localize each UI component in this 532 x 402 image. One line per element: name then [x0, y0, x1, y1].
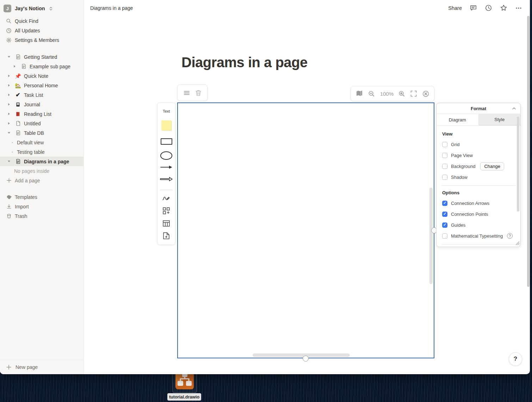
- workspace-switcher[interactable]: J Jay's Notion: [0, 4, 83, 13]
- chevron-down-icon[interactable]: [6, 55, 12, 58]
- sidebar-page-journal[interactable]: Journal: [0, 100, 83, 109]
- sidebar-page-table-db[interactable]: Table DB: [0, 128, 83, 138]
- window-scrollbar[interactable]: [527, 16, 530, 287]
- breadcrumb[interactable]: Diagrams in a page: [90, 5, 133, 11]
- shadow-checkbox[interactable]: [442, 175, 447, 180]
- add-a-page-button[interactable]: Add a page: [0, 176, 83, 185]
- unfold-icon: [49, 6, 53, 11]
- sidebar-page-diagrams-in-a-page[interactable]: Diagrams in a page: [0, 157, 83, 166]
- history-icon[interactable]: [485, 4, 492, 12]
- sidebar-item-quick-find[interactable]: Quick Find: [0, 16, 83, 26]
- connection-points-checkbox[interactable]: [442, 212, 447, 217]
- canvas-vertical-scrollbar[interactable]: [429, 188, 433, 284]
- sidebar-page-untitled[interactable]: Untitled: [0, 119, 83, 128]
- sidebar-page-example-sub-page[interactable]: Example sub page: [0, 62, 83, 71]
- import-icon: [6, 204, 12, 209]
- comments-icon[interactable]: [470, 4, 477, 12]
- chevron-down-icon[interactable]: [6, 160, 12, 163]
- connection-arrows-row: Connection Arrows: [442, 199, 515, 207]
- canvas-resize-handle-bottom[interactable]: [303, 356, 309, 362]
- sidebar-page-personal-home[interactable]: 🏡 Personal Home: [0, 81, 83, 90]
- document-icon: [15, 159, 21, 164]
- document-icon: [15, 54, 21, 59]
- format-panel-scrollbar[interactable]: [517, 117, 519, 212]
- sidebar-view-default-view[interactable]: · Default view: [0, 138, 83, 147]
- table-tool[interactable]: [162, 220, 170, 227]
- options-section-heading: Options: [442, 190, 515, 195]
- ellipse-shape-tool[interactable]: [160, 151, 172, 160]
- sidebar-page-getting-started[interactable]: Getting Started: [0, 52, 83, 62]
- tab-style[interactable]: Style: [479, 114, 521, 125]
- sidebar-item-import[interactable]: Import: [0, 202, 83, 211]
- delete-block-icon[interactable]: [195, 89, 202, 96]
- text-shape-tool[interactable]: Text: [163, 109, 170, 113]
- notion-window: J Jay's Notion Quick Find All Updates Se…: [0, 0, 530, 374]
- sidebar-page-quick-note[interactable]: 📌 Quick Note: [0, 71, 83, 81]
- bullet-icon: ·: [11, 139, 14, 146]
- chevron-down-icon[interactable]: [6, 131, 12, 134]
- sidebar-page-task-list[interactable]: ✔ Task List: [0, 90, 83, 100]
- plus-icon: [6, 364, 12, 370]
- close-diagram-icon[interactable]: [422, 90, 429, 98]
- help-circle-icon[interactable]: ?: [507, 233, 513, 239]
- open-arrow-tool[interactable]: [160, 177, 173, 182]
- sidebar-view-testing-table[interactable]: · Testing table: [0, 147, 83, 157]
- sidebar-item-all-updates[interactable]: All Updates: [0, 26, 83, 35]
- new-page-button[interactable]: New page: [0, 360, 83, 374]
- chevron-right-icon[interactable]: [6, 93, 12, 96]
- chevron-right-icon[interactable]: [6, 74, 12, 77]
- insert-page-tool[interactable]: [163, 232, 170, 240]
- tab-diagram[interactable]: Diagram: [437, 114, 479, 125]
- grid-checkbox[interactable]: [442, 142, 447, 147]
- sticky-note-shape-tool[interactable]: [161, 120, 171, 130]
- arrow-tool[interactable]: [160, 165, 173, 170]
- search-icon: [6, 18, 12, 24]
- templates-icon: [6, 194, 12, 200]
- background-checkbox[interactable]: [442, 164, 447, 169]
- mathematical-typesetting-row: Mathematical Typesetting ?: [442, 232, 515, 240]
- no-pages-inside-label: No pages inside: [0, 166, 83, 176]
- blank-page-icon: [15, 121, 21, 126]
- sidebar-item-trash[interactable]: Trash: [0, 211, 83, 221]
- sidebar-item-templates[interactable]: Templates: [0, 192, 83, 202]
- more-options-icon[interactable]: [515, 5, 522, 12]
- freehand-tool[interactable]: [162, 194, 171, 202]
- rectangle-shape-tool[interactable]: [161, 138, 172, 145]
- diagram-zoom-toolbar: 100%: [351, 86, 434, 101]
- sidebar-item-settings-members[interactable]: Settings & Members: [0, 35, 83, 45]
- format-panel-header: Format: [437, 103, 520, 114]
- format-panel: Format Diagram Style View Grid Page View…: [436, 103, 521, 247]
- chevron-right-icon[interactable]: [6, 103, 12, 106]
- red-book-icon: [15, 112, 21, 117]
- chevron-right-icon[interactable]: [6, 112, 12, 115]
- chevron-right-icon[interactable]: [6, 84, 12, 87]
- connection-arrows-checkbox[interactable]: [442, 201, 447, 206]
- menu-icon[interactable]: [183, 89, 190, 96]
- collapse-panel-icon[interactable]: [512, 106, 516, 111]
- outline-map-icon[interactable]: [355, 90, 363, 98]
- share-button[interactable]: Share: [448, 5, 462, 11]
- sidebar-page-reading-list[interactable]: Reading List: [0, 109, 83, 119]
- page-view-checkbox[interactable]: [442, 153, 447, 158]
- favorite-star-icon[interactable]: [500, 4, 507, 12]
- change-background-button[interactable]: Change: [480, 162, 504, 170]
- diagram-canvas[interactable]: [177, 102, 434, 358]
- topbar: Diagrams in a page Share: [84, 0, 530, 16]
- mathematical-typesetting-checkbox[interactable]: [442, 233, 447, 239]
- guides-checkbox[interactable]: [442, 222, 447, 228]
- connection-points-row: Connection Points: [442, 210, 515, 218]
- workspace-avatar: J: [4, 5, 11, 12]
- zoom-level: 100%: [380, 91, 394, 97]
- help-button[interactable]: ?: [509, 352, 522, 366]
- zoom-in-icon[interactable]: [398, 90, 406, 98]
- panel-resize-grip[interactable]: [515, 240, 520, 245]
- bullet-icon: ·: [11, 148, 14, 156]
- canvas-horizontal-scrollbar[interactable]: [253, 353, 350, 357]
- more-shapes-tool[interactable]: [162, 207, 170, 215]
- checkmark-icon: ✔: [15, 92, 21, 98]
- zoom-out-icon[interactable]: [368, 90, 375, 98]
- chevron-right-icon[interactable]: [6, 122, 12, 125]
- fullscreen-icon[interactable]: [410, 90, 417, 97]
- guides-row: Guides: [442, 221, 515, 229]
- chevron-right-icon[interactable]: [11, 65, 18, 68]
